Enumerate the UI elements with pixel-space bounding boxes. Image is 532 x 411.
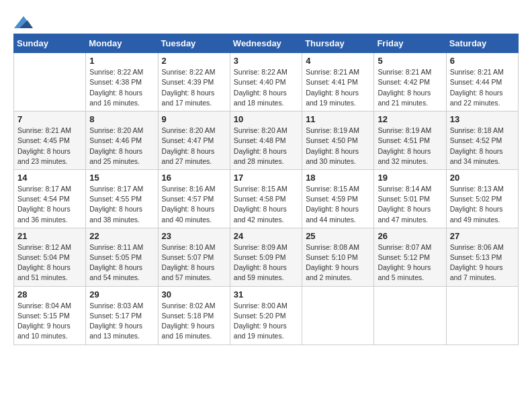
calendar-cell: 2Sunrise: 8:22 AMSunset: 4:39 PMDaylight…: [158, 53, 230, 111]
calendar-cell: 5Sunrise: 8:21 AMSunset: 4:42 PMDaylight…: [374, 53, 446, 111]
calendar-cell: 23Sunrise: 8:10 AMSunset: 5:07 PMDayligh…: [158, 228, 230, 286]
header-tuesday: Tuesday: [158, 34, 230, 53]
day-number: 20: [450, 173, 515, 183]
calendar-cell: 13Sunrise: 8:18 AMSunset: 4:52 PMDayligh…: [446, 111, 518, 170]
day-number: 18: [306, 173, 370, 183]
day-number: 13: [450, 114, 515, 124]
day-detail: Sunrise: 8:22 AMSunset: 4:38 PMDaylight:…: [89, 67, 154, 108]
calendar-cell: 3Sunrise: 8:22 AMSunset: 4:40 PMDaylight…: [230, 53, 302, 111]
calendar-cell: 24Sunrise: 8:09 AMSunset: 5:09 PMDayligh…: [230, 228, 302, 286]
day-detail: Sunrise: 8:20 AMSunset: 4:47 PMDaylight:…: [162, 126, 226, 167]
calendar: SundayMondayTuesdayWednesdayThursdayFrid…: [13, 34, 519, 345]
calendar-cell: 11Sunrise: 8:19 AMSunset: 4:50 PMDayligh…: [302, 111, 374, 170]
day-number: 14: [17, 173, 82, 183]
day-number: 16: [162, 173, 226, 183]
day-detail: Sunrise: 8:09 AMSunset: 5:09 PMDaylight:…: [234, 242, 298, 283]
day-detail: Sunrise: 8:21 AMSunset: 4:44 PMDaylight:…: [450, 67, 515, 108]
calendar-cell: 6Sunrise: 8:21 AMSunset: 4:44 PMDaylight…: [446, 53, 518, 111]
day-detail: Sunrise: 8:22 AMSunset: 4:40 PMDaylight:…: [234, 67, 298, 108]
calendar-cell: [302, 286, 374, 345]
day-number: 17: [234, 173, 298, 183]
calendar-header-row: SundayMondayTuesdayWednesdayThursdayFrid…: [14, 34, 519, 53]
day-detail: Sunrise: 8:21 AMSunset: 4:42 PMDaylight:…: [378, 67, 442, 108]
logo-text: [13, 13, 33, 30]
day-number: 22: [89, 231, 154, 241]
day-number: 12: [378, 114, 442, 124]
day-number: 21: [17, 231, 82, 241]
day-detail: Sunrise: 8:14 AMSunset: 5:01 PMDaylight:…: [378, 184, 442, 225]
calendar-cell: 20Sunrise: 8:13 AMSunset: 5:02 PMDayligh…: [446, 169, 518, 228]
header-friday: Friday: [374, 34, 446, 53]
calendar-cell: 17Sunrise: 8:15 AMSunset: 4:58 PMDayligh…: [230, 169, 302, 228]
calendar-week-4: 21Sunrise: 8:12 AMSunset: 5:04 PMDayligh…: [14, 228, 519, 286]
calendar-cell: 18Sunrise: 8:15 AMSunset: 4:59 PMDayligh…: [302, 169, 374, 228]
day-number: 1: [89, 56, 154, 66]
day-number: 15: [89, 173, 154, 183]
day-number: 29: [89, 289, 154, 300]
day-detail: Sunrise: 8:12 AMSunset: 5:04 PMDaylight:…: [17, 242, 82, 283]
day-detail: Sunrise: 8:13 AMSunset: 5:02 PMDaylight:…: [450, 184, 515, 225]
day-number: 5: [378, 56, 442, 66]
calendar-cell: 22Sunrise: 8:11 AMSunset: 5:05 PMDayligh…: [86, 228, 158, 286]
calendar-cell: 10Sunrise: 8:20 AMSunset: 4:48 PMDayligh…: [230, 111, 302, 170]
calendar-cell: 15Sunrise: 8:17 AMSunset: 4:55 PMDayligh…: [86, 169, 158, 228]
logo-icon: [14, 15, 33, 30]
day-number: 8: [89, 114, 154, 124]
day-number: 4: [306, 56, 370, 66]
day-detail: Sunrise: 8:08 AMSunset: 5:10 PMDaylight:…: [306, 242, 370, 283]
header-monday: Monday: [86, 34, 158, 53]
calendar-cell: 30Sunrise: 8:02 AMSunset: 5:18 PMDayligh…: [158, 286, 230, 345]
day-detail: Sunrise: 8:16 AMSunset: 4:57 PMDaylight:…: [162, 184, 226, 225]
calendar-cell: 1Sunrise: 8:22 AMSunset: 4:38 PMDaylight…: [86, 53, 158, 111]
day-number: 31: [234, 289, 298, 300]
day-detail: Sunrise: 8:17 AMSunset: 4:55 PMDaylight:…: [89, 184, 154, 225]
day-detail: Sunrise: 8:20 AMSunset: 4:46 PMDaylight:…: [89, 126, 154, 167]
calendar-cell: 7Sunrise: 8:21 AMSunset: 4:45 PMDaylight…: [14, 111, 86, 170]
day-number: 2: [162, 56, 226, 66]
header-thursday: Thursday: [302, 34, 374, 53]
day-detail: Sunrise: 8:11 AMSunset: 5:05 PMDaylight:…: [89, 242, 154, 283]
day-detail: Sunrise: 8:15 AMSunset: 4:58 PMDaylight:…: [234, 184, 298, 225]
calendar-cell: 26Sunrise: 8:07 AMSunset: 5:12 PMDayligh…: [374, 228, 446, 286]
day-number: 10: [234, 114, 298, 124]
calendar-cell: [14, 53, 86, 111]
day-number: 23: [162, 231, 226, 241]
day-number: 25: [306, 231, 370, 241]
day-detail: Sunrise: 8:20 AMSunset: 4:48 PMDaylight:…: [234, 126, 298, 167]
day-number: 24: [234, 231, 298, 241]
calendar-cell: 14Sunrise: 8:17 AMSunset: 4:54 PMDayligh…: [14, 169, 86, 228]
day-detail: Sunrise: 8:06 AMSunset: 5:13 PMDaylight:…: [450, 242, 515, 283]
day-detail: Sunrise: 8:21 AMSunset: 4:45 PMDaylight:…: [17, 126, 82, 167]
calendar-cell: 31Sunrise: 8:00 AMSunset: 5:20 PMDayligh…: [230, 286, 302, 345]
calendar-week-3: 14Sunrise: 8:17 AMSunset: 4:54 PMDayligh…: [14, 169, 519, 228]
day-detail: Sunrise: 8:19 AMSunset: 4:51 PMDaylight:…: [378, 126, 442, 167]
day-number: 11: [306, 114, 370, 124]
calendar-cell: 8Sunrise: 8:20 AMSunset: 4:46 PMDaylight…: [86, 111, 158, 170]
calendar-week-2: 7Sunrise: 8:21 AMSunset: 4:45 PMDaylight…: [14, 111, 519, 170]
day-detail: Sunrise: 8:02 AMSunset: 5:18 PMDaylight:…: [162, 301, 226, 342]
day-number: 30: [162, 289, 226, 300]
calendar-cell: 29Sunrise: 8:03 AMSunset: 5:17 PMDayligh…: [86, 286, 158, 345]
day-detail: Sunrise: 8:15 AMSunset: 4:59 PMDaylight:…: [306, 184, 370, 225]
page-header: [13, 13, 519, 27]
day-number: 27: [450, 231, 515, 241]
calendar-cell: 16Sunrise: 8:16 AMSunset: 4:57 PMDayligh…: [158, 169, 230, 228]
header-sunday: Sunday: [14, 34, 86, 53]
day-number: 7: [17, 114, 82, 124]
day-detail: Sunrise: 8:00 AMSunset: 5:20 PMDaylight:…: [234, 301, 298, 342]
day-detail: Sunrise: 8:07 AMSunset: 5:12 PMDaylight:…: [378, 242, 442, 283]
day-detail: Sunrise: 8:17 AMSunset: 4:54 PMDaylight:…: [17, 184, 82, 225]
day-detail: Sunrise: 8:19 AMSunset: 4:50 PMDaylight:…: [306, 126, 370, 167]
day-number: 3: [234, 56, 298, 66]
calendar-cell: 9Sunrise: 8:20 AMSunset: 4:47 PMDaylight…: [158, 111, 230, 170]
calendar-week-5: 28Sunrise: 8:04 AMSunset: 5:15 PMDayligh…: [14, 286, 519, 345]
day-number: 26: [378, 231, 442, 241]
header-saturday: Saturday: [446, 34, 518, 53]
day-detail: Sunrise: 8:03 AMSunset: 5:17 PMDaylight:…: [89, 301, 154, 342]
calendar-cell: 27Sunrise: 8:06 AMSunset: 5:13 PMDayligh…: [446, 228, 518, 286]
calendar-week-1: 1Sunrise: 8:22 AMSunset: 4:38 PMDaylight…: [14, 53, 519, 111]
day-number: 28: [17, 289, 82, 300]
day-detail: Sunrise: 8:21 AMSunset: 4:41 PMDaylight:…: [306, 67, 370, 108]
calendar-cell: 19Sunrise: 8:14 AMSunset: 5:01 PMDayligh…: [374, 169, 446, 228]
day-detail: Sunrise: 8:10 AMSunset: 5:07 PMDaylight:…: [162, 242, 226, 283]
